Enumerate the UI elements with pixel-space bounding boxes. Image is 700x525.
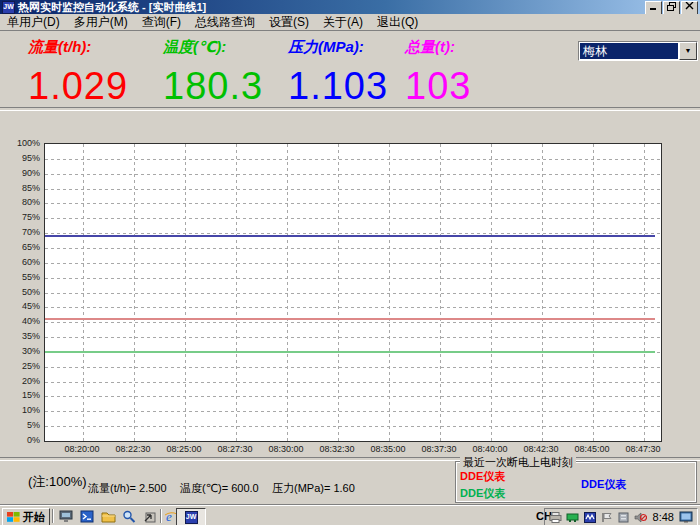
server-icon[interactable] (617, 511, 631, 524)
y-axis-label: 15% (0, 390, 40, 400)
x-axis-label: 08:42:30 (513, 444, 569, 454)
gridline-v (236, 144, 237, 441)
y-axis-label: 25% (0, 361, 40, 371)
tray-clock: 8:48 (651, 511, 676, 523)
scale-label-0: 流量(t/h)= 2.500 (88, 481, 167, 496)
gridline-h (45, 411, 661, 412)
desktop-icon[interactable] (56, 508, 76, 524)
restore-icon (667, 2, 676, 11)
display-icon[interactable] (679, 511, 693, 524)
gridline-h (45, 159, 661, 160)
x-axis-label: 08:37:30 (411, 444, 467, 454)
minimize-button[interactable] (645, 1, 662, 15)
gridline-v (491, 144, 492, 441)
menubar: 单用户(D)多用户(M)查询(F)总线路查询设置(S)关于(A)退出(Q) (0, 14, 700, 31)
menu-item-6[interactable]: 退出(Q) (370, 14, 425, 31)
gridline-v (389, 144, 390, 441)
gridline-h (45, 233, 661, 234)
y-axis-label: 55% (0, 272, 40, 282)
gridline-h (45, 307, 661, 308)
gridline-h (45, 203, 661, 204)
dde-meter-0: DDE仪表 (460, 469, 505, 484)
gridline-h (45, 367, 661, 368)
application-window: JW 热网实时监控自动化系统 - [实时曲线1] 单用户(D)多用户(M)查询(… (0, 0, 700, 525)
y-axis-label: 75% (0, 212, 40, 222)
readout-label: 总量(t): (405, 38, 555, 57)
menu-item-2[interactable]: 查询(F) (135, 14, 188, 31)
y-axis-label: 95% (0, 153, 40, 163)
gridline-v (83, 144, 84, 441)
shortcut-icon[interactable] (140, 508, 160, 524)
power-event-panel: 最近一次断电上电时刻 DDE仪表DDE仪表DDE仪表 (455, 461, 697, 503)
y-axis-label: 40% (0, 316, 40, 326)
printer-icon[interactable] (549, 511, 563, 524)
footer-note: (注:100%) (28, 473, 87, 491)
y-axis-label: 5% (0, 420, 40, 430)
app-icon: JW (2, 1, 15, 14)
menu-item-0[interactable]: 单用户(D) (0, 14, 67, 31)
gridline-v (644, 144, 645, 441)
series-line-temperature (45, 351, 655, 353)
taskbar-separator (52, 509, 54, 523)
y-axis-label: 100% (0, 138, 40, 148)
station-combobox-value: 梅林 (580, 43, 678, 59)
gridline-v (440, 144, 441, 441)
restore-button[interactable] (663, 1, 680, 15)
x-axis-label: 08:40:00 (462, 444, 518, 454)
scale-label-2: 压力(MPa)= 1.60 (272, 481, 355, 496)
app-tray-icon[interactable] (583, 511, 597, 524)
y-axis-label: 0% (0, 435, 40, 445)
dde-meter-2: DDE仪表 (581, 477, 626, 492)
start-button[interactable]: 开始 (2, 508, 50, 525)
menu-item-1[interactable]: 多用户(M) (67, 14, 135, 31)
folder-icon[interactable] (98, 508, 118, 524)
gridline-h (45, 337, 661, 338)
gridline-h (45, 189, 661, 190)
gridline-h (45, 382, 661, 383)
x-axis-label: 08:30:00 (258, 444, 314, 454)
series-line-pressure (45, 235, 655, 237)
terminal-icon[interactable] (77, 508, 97, 524)
series-line-flow (45, 318, 655, 320)
y-axis-label: 30% (0, 346, 40, 356)
y-axis-label: 50% (0, 287, 40, 297)
muted-speaker-icon[interactable] (634, 511, 648, 524)
gridline-v (593, 144, 594, 441)
gridline-h (45, 278, 661, 279)
combobox-dropdown-button[interactable]: ▼ (679, 42, 697, 60)
flag-icon[interactable] (600, 511, 614, 524)
menu-item-4[interactable]: 设置(S) (262, 14, 316, 31)
y-axis-label: 80% (0, 197, 40, 207)
app-taskbar-button[interactable]: JW (176, 508, 206, 525)
close-button[interactable] (681, 1, 698, 15)
menu-item-5[interactable]: 关于(A) (316, 14, 370, 31)
gridline-h (45, 248, 661, 249)
start-label: 开始 (23, 510, 45, 525)
section-divider (0, 107, 700, 111)
dde-meter-1: DDE仪表 (460, 486, 505, 501)
gridline-v (542, 144, 543, 441)
y-axis-label: 45% (0, 301, 40, 311)
network-card-icon[interactable] (566, 511, 580, 524)
chart-region: 100%95%90%85%80%75%70%65%60%55%50%45%40%… (0, 143, 700, 458)
x-axis-label: 08:22:30 (105, 444, 161, 454)
y-axis-label: 65% (0, 242, 40, 252)
gridline-v (134, 144, 135, 441)
close-icon (685, 2, 694, 10)
x-axis-label: 08:45:00 (564, 444, 620, 454)
y-axis-label: 90% (0, 168, 40, 178)
y-axis-label: 70% (0, 227, 40, 237)
readout-label: 流量(t/h): (28, 38, 178, 57)
station-combobox[interactable]: 梅林 ▼ (578, 41, 698, 61)
y-axis-label: 35% (0, 331, 40, 341)
system-tray: 8:48 (544, 508, 698, 525)
svg-text:e: e (166, 510, 172, 523)
window-title: 热网实时监控自动化系统 - [实时曲线1] (18, 0, 206, 15)
y-axis-label: 10% (0, 405, 40, 415)
taskbar: 开始 e JW CH (0, 505, 700, 525)
x-axis-label: 08:27:30 (207, 444, 263, 454)
search-icon[interactable] (119, 508, 139, 524)
menu-item-3[interactable]: 总线路查询 (188, 14, 262, 31)
gridline-h (45, 218, 661, 219)
minimize-icon (649, 2, 658, 10)
